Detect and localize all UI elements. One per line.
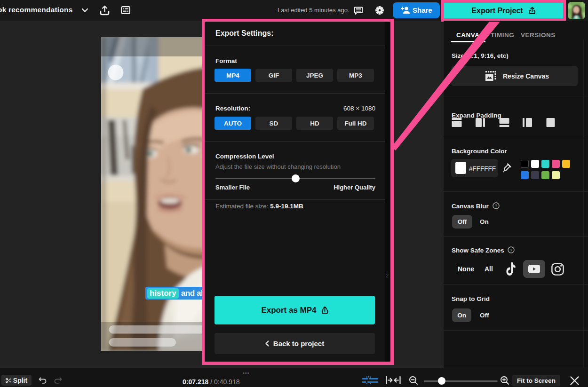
svg-text:?: ? bbox=[495, 204, 497, 208]
svg-text:?: ? bbox=[510, 248, 512, 253]
